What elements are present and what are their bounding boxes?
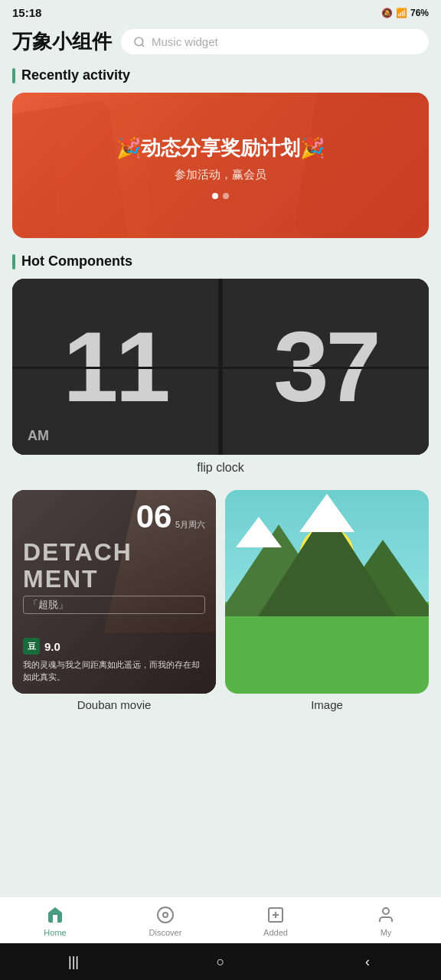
wifi-icon: 📶: [396, 8, 407, 18]
hot-components-title: Hot Components: [21, 253, 132, 270]
movie-date-info: 06 5月周六: [136, 501, 205, 533]
bottom-nav: Home Discover Added My: [0, 897, 441, 943]
flip-hour-block: 11 AM: [12, 279, 223, 455]
movie-chinese-title: 「超脱」: [23, 596, 205, 614]
nav-my-label: My: [381, 928, 392, 937]
home-icon: [45, 905, 65, 925]
banner-subtitle: 参加活动，赢会员: [175, 168, 266, 182]
search-bar[interactable]: Music widget: [121, 29, 429, 54]
flip-minute: 37: [273, 317, 378, 416]
flip-hour: 11: [63, 317, 168, 416]
added-icon: [266, 905, 286, 925]
sys-nav: ||| ○ ‹: [0, 943, 441, 980]
douban-widget-wrapper: 06 5月周六 DETACHMENT 「超脱」 豆 9.0: [12, 490, 216, 711]
douban-overlay: 06 5月周六 DETACHMENT 「超脱」 豆 9.0: [12, 490, 216, 694]
nav-added[interactable]: Added: [220, 897, 331, 943]
movie-desc: 我的灵魂与我之间距离如此遥远，而我的存在却如此真实。: [23, 659, 205, 683]
movie-score: 9.0: [44, 640, 60, 653]
mountain-scene: [225, 490, 429, 694]
search-placeholder: Music widget: [152, 35, 218, 48]
movie-month: 5月周六: [175, 520, 205, 529]
flip-period: AM: [28, 428, 49, 444]
section-bar-2: [12, 254, 15, 270]
flip-hour-inner: 11 AM: [12, 279, 218, 455]
nav-added-label: Added: [263, 928, 288, 937]
mute-icon: 🔕: [381, 8, 393, 18]
flip-minute-inner: 37: [223, 279, 429, 455]
movie-bottom: 豆 9.0 我的灵魂与我之间距离如此遥远，而我的存在却如此真实。: [23, 638, 205, 683]
app-title: 万象小组件: [12, 28, 112, 55]
home-btn[interactable]: ○: [205, 954, 236, 970]
nav-my[interactable]: My: [331, 897, 441, 943]
recent-apps-btn[interactable]: |||: [58, 954, 89, 970]
svg-point-6: [383, 908, 389, 914]
battery-text: 76%: [410, 8, 429, 18]
nav-discover[interactable]: Discover: [110, 897, 220, 943]
status-time: 15:18: [12, 6, 41, 19]
nav-home-label: Home: [44, 928, 66, 937]
douban-badge: 豆: [23, 638, 40, 655]
status-icons: 🔕 📶 76%: [381, 8, 429, 18]
nav-home[interactable]: Home: [0, 897, 110, 943]
main-content: Recently activity 🎉动态分享奖励计划🎉 参加活动，赢会员 Ho…: [0, 67, 441, 818]
image-widget-wrapper: Image: [225, 490, 429, 711]
widget-grid: 06 5月周六 DETACHMENT 「超脱」 豆 9.0: [12, 490, 429, 711]
svg-point-2: [163, 913, 168, 917]
status-bar: 15:18 🔕 📶 76%: [0, 0, 441, 22]
dot-2: [223, 193, 229, 199]
svg-point-0: [135, 38, 143, 46]
discover-icon: [155, 905, 175, 925]
banner-dots: [212, 193, 229, 199]
banner-bg: [12, 93, 429, 238]
my-icon: [376, 905, 396, 925]
header: 万象小组件 Music widget: [0, 22, 441, 64]
movie-rating-row: 豆 9.0: [23, 638, 205, 655]
image-widget-card[interactable]: [225, 490, 429, 694]
banner-title: 🎉动态分享奖励计划🎉: [116, 135, 325, 162]
nav-discover-label: Discover: [149, 928, 182, 937]
back-btn[interactable]: ‹: [352, 954, 383, 970]
douban-widget-card[interactable]: 06 5月周六 DETACHMENT 「超脱」 豆 9.0: [12, 490, 216, 694]
dot-1: [212, 193, 218, 199]
douban-widget-label: Douban movie: [12, 698, 216, 711]
recently-activity-header: Recently activity: [12, 67, 429, 83]
flip-minute-block: 37: [223, 279, 429, 455]
search-icon: [133, 36, 145, 48]
movie-date-row: 06 5月周六: [23, 501, 205, 533]
movie-date-num: 06: [136, 498, 172, 534]
image-widget-label: Image: [225, 698, 429, 711]
section-bar: [12, 68, 15, 83]
banner-card[interactable]: 🎉动态分享奖励计划🎉 参加活动，赢会员: [12, 93, 429, 238]
flip-clock-label: flip clock: [12, 461, 429, 475]
snow-left: [236, 517, 282, 547]
movie-title: DETACHMENT: [23, 539, 205, 593]
douban-card: 06 5月周六 DETACHMENT 「超脱」 豆 9.0: [12, 490, 216, 694]
flip-clock-card[interactable]: 11 AM 37: [12, 279, 429, 455]
hot-components-header: Hot Components: [12, 253, 429, 270]
snow-center: [299, 494, 354, 532]
svg-point-1: [158, 907, 173, 923]
recently-activity-title: Recently activity: [21, 67, 130, 83]
